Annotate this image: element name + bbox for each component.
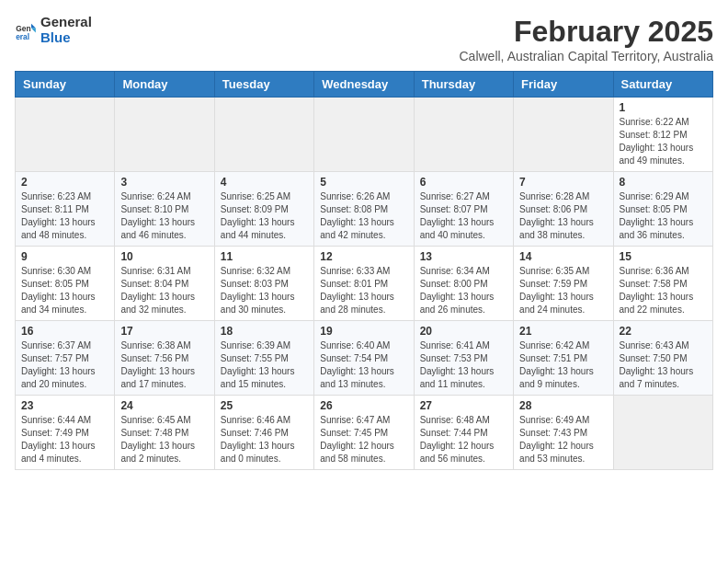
day-number: 11 [221,250,308,263]
day-info: Sunrise: 6:47 AM Sunset: 7:45 PM Dayligh… [320,414,407,465]
day-info: Sunrise: 6:36 AM Sunset: 7:58 PM Dayligh… [620,265,707,316]
day-number: 27 [420,399,507,412]
logo-text-line2: Blue [40,30,92,46]
calendar-day-cell: 1Sunrise: 6:22 AM Sunset: 8:12 PM Daylig… [613,98,712,172]
day-info: Sunrise: 6:22 AM Sunset: 8:12 PM Dayligh… [620,116,707,167]
day-number: 5 [320,176,407,189]
calendar-empty-cell [16,98,115,172]
day-info: Sunrise: 6:26 AM Sunset: 8:08 PM Dayligh… [320,190,407,242]
day-number: 12 [320,250,407,263]
weekday-header-wednesday: Wednesday [314,72,414,98]
day-info: Sunrise: 6:33 AM Sunset: 8:01 PM Dayligh… [320,265,407,316]
day-info: Sunrise: 6:41 AM Sunset: 7:53 PM Dayligh… [420,339,507,391]
day-info: Sunrise: 6:25 AM Sunset: 8:09 PM Dayligh… [221,190,308,242]
calendar-day-cell: 24Sunrise: 6:45 AM Sunset: 7:48 PM Dayli… [115,396,214,470]
calendar-week-row: 16Sunrise: 6:37 AM Sunset: 7:57 PM Dayli… [16,321,713,396]
calendar-day-cell: 4Sunrise: 6:25 AM Sunset: 8:09 PM Daylig… [214,172,313,247]
day-info: Sunrise: 6:46 AM Sunset: 7:46 PM Dayligh… [221,414,308,465]
day-number: 4 [221,176,308,189]
calendar-day-cell: 22Sunrise: 6:43 AM Sunset: 7:50 PM Dayli… [613,321,712,396]
calendar-day-cell: 7Sunrise: 6:28 AM Sunset: 8:06 PM Daylig… [514,172,613,247]
day-info: Sunrise: 6:45 AM Sunset: 7:48 PM Dayligh… [120,414,208,465]
day-info: Sunrise: 6:30 AM Sunset: 8:05 PM Dayligh… [21,265,108,316]
day-info: Sunrise: 6:27 AM Sunset: 8:07 PM Dayligh… [420,190,507,242]
day-info: Sunrise: 6:34 AM Sunset: 8:00 PM Dayligh… [420,265,507,316]
calendar-day-cell: 27Sunrise: 6:48 AM Sunset: 7:44 PM Dayli… [414,396,513,470]
calendar-day-cell: 10Sunrise: 6:31 AM Sunset: 8:04 PM Dayli… [115,247,214,321]
day-number: 19 [320,325,407,338]
svg-text:eral: eral [16,31,29,40]
day-info: Sunrise: 6:35 AM Sunset: 7:59 PM Dayligh… [519,265,607,316]
day-info: Sunrise: 6:29 AM Sunset: 8:05 PM Dayligh… [620,190,707,242]
day-info: Sunrise: 6:49 AM Sunset: 7:43 PM Dayligh… [519,414,607,465]
calendar-day-cell: 23Sunrise: 6:44 AM Sunset: 7:49 PM Dayli… [16,396,115,470]
day-number: 6 [420,176,507,189]
month-year-title: February 2025 [460,15,714,49]
calendar-day-cell: 12Sunrise: 6:33 AM Sunset: 8:01 PM Dayli… [314,247,414,321]
day-info: Sunrise: 6:32 AM Sunset: 8:03 PM Dayligh… [221,265,308,316]
calendar-empty-cell [613,396,712,470]
calendar-day-cell: 6Sunrise: 6:27 AM Sunset: 8:07 PM Daylig… [414,172,513,247]
calendar-day-cell: 5Sunrise: 6:26 AM Sunset: 8:08 PM Daylig… [314,172,414,247]
day-info: Sunrise: 6:31 AM Sunset: 8:04 PM Dayligh… [120,265,208,316]
day-number: 3 [120,176,208,189]
weekday-header-saturday: Saturday [613,72,712,98]
calendar-week-row: 2Sunrise: 6:23 AM Sunset: 8:11 PM Daylig… [16,172,713,247]
header: Gen eral General Blue February 2025 Calw… [15,15,713,63]
day-number: 24 [120,399,208,412]
calendar-day-cell: 14Sunrise: 6:35 AM Sunset: 7:59 PM Dayli… [514,247,613,321]
calendar-day-cell: 2Sunrise: 6:23 AM Sunset: 8:11 PM Daylig… [16,172,115,247]
day-number: 17 [120,325,208,338]
day-number: 14 [519,250,607,263]
day-number: 21 [519,325,607,338]
day-info: Sunrise: 6:37 AM Sunset: 7:57 PM Dayligh… [21,339,108,391]
calendar-day-cell: 8Sunrise: 6:29 AM Sunset: 8:05 PM Daylig… [613,172,712,247]
day-info: Sunrise: 6:44 AM Sunset: 7:49 PM Dayligh… [21,414,108,465]
calendar-empty-cell [414,98,513,172]
day-number: 26 [320,399,407,412]
day-info: Sunrise: 6:48 AM Sunset: 7:44 PM Dayligh… [420,414,507,465]
day-number: 25 [221,399,308,412]
day-number: 13 [420,250,507,263]
day-number: 22 [620,325,707,338]
calendar-day-cell: 17Sunrise: 6:38 AM Sunset: 7:56 PM Dayli… [115,321,214,396]
day-number: 20 [420,325,507,338]
calendar-week-row: 9Sunrise: 6:30 AM Sunset: 8:05 PM Daylig… [16,247,713,321]
calendar-empty-cell [314,98,414,172]
calendar-day-cell: 11Sunrise: 6:32 AM Sunset: 8:03 PM Dayli… [214,247,313,321]
day-info: Sunrise: 6:42 AM Sunset: 7:51 PM Dayligh… [519,339,607,391]
calendar-day-cell: 21Sunrise: 6:42 AM Sunset: 7:51 PM Dayli… [514,321,613,396]
svg-marker-2 [31,23,36,28]
weekday-header-friday: Friday [514,72,613,98]
calendar-empty-cell [214,98,313,172]
weekday-header-row: SundayMondayTuesdayWednesdayThursdayFrid… [16,72,713,98]
day-number: 23 [21,399,108,412]
location-subtitle: Calwell, Australian Capital Territory, A… [460,49,714,63]
day-number: 2 [21,176,108,189]
calendar-table: SundayMondayTuesdayWednesdayThursdayFrid… [15,71,713,470]
calendar-day-cell: 19Sunrise: 6:40 AM Sunset: 7:54 PM Dayli… [314,321,414,396]
weekday-header-monday: Monday [115,72,214,98]
weekday-header-sunday: Sunday [16,72,115,98]
day-number: 8 [620,176,707,189]
calendar-day-cell: 20Sunrise: 6:41 AM Sunset: 7:53 PM Dayli… [414,321,513,396]
day-number: 7 [519,176,607,189]
day-info: Sunrise: 6:38 AM Sunset: 7:56 PM Dayligh… [120,339,208,391]
calendar-day-cell: 3Sunrise: 6:24 AM Sunset: 8:10 PM Daylig… [115,172,214,247]
day-info: Sunrise: 6:23 AM Sunset: 8:11 PM Dayligh… [21,190,108,242]
calendar-day-cell: 28Sunrise: 6:49 AM Sunset: 7:43 PM Dayli… [514,396,613,470]
day-number: 16 [21,325,108,338]
calendar-day-cell: 18Sunrise: 6:39 AM Sunset: 7:55 PM Dayli… [214,321,313,396]
day-number: 9 [21,250,108,263]
calendar-empty-cell [115,98,214,172]
calendar-day-cell: 15Sunrise: 6:36 AM Sunset: 7:58 PM Dayli… [613,247,712,321]
title-area: February 2025 Calwell, Australian Capita… [460,15,714,63]
logo-icon: Gen eral [15,19,37,41]
day-number: 15 [620,250,707,263]
weekday-header-thursday: Thursday [414,72,513,98]
day-number: 1 [620,101,707,114]
day-info: Sunrise: 6:28 AM Sunset: 8:06 PM Dayligh… [519,190,607,242]
day-number: 28 [519,399,607,412]
calendar-day-cell: 9Sunrise: 6:30 AM Sunset: 8:05 PM Daylig… [16,247,115,321]
day-info: Sunrise: 6:39 AM Sunset: 7:55 PM Dayligh… [221,339,308,391]
